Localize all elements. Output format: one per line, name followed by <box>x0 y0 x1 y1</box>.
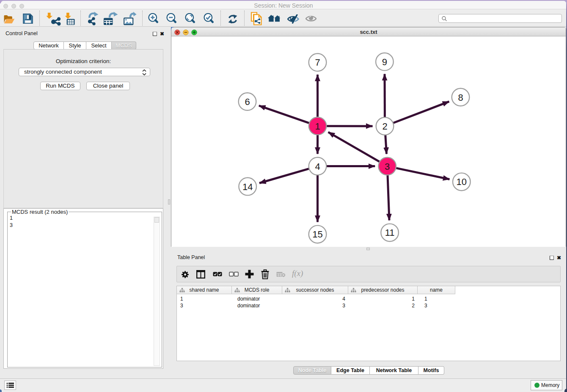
svg-text:8: 8 <box>458 92 463 103</box>
svg-text:3: 3 <box>385 161 390 172</box>
svg-text:7: 7 <box>315 57 320 68</box>
svg-text:11: 11 <box>385 227 395 238</box>
svg-text:9: 9 <box>382 57 387 67</box>
svg-text:10: 10 <box>457 177 467 187</box>
svg-text:1: 1 <box>315 121 320 132</box>
svg-text:15: 15 <box>312 229 322 240</box>
svg-text:4: 4 <box>315 161 320 172</box>
svg-text:14: 14 <box>242 182 253 192</box>
svg-text:6: 6 <box>245 97 250 107</box>
svg-text:2: 2 <box>382 121 387 132</box>
